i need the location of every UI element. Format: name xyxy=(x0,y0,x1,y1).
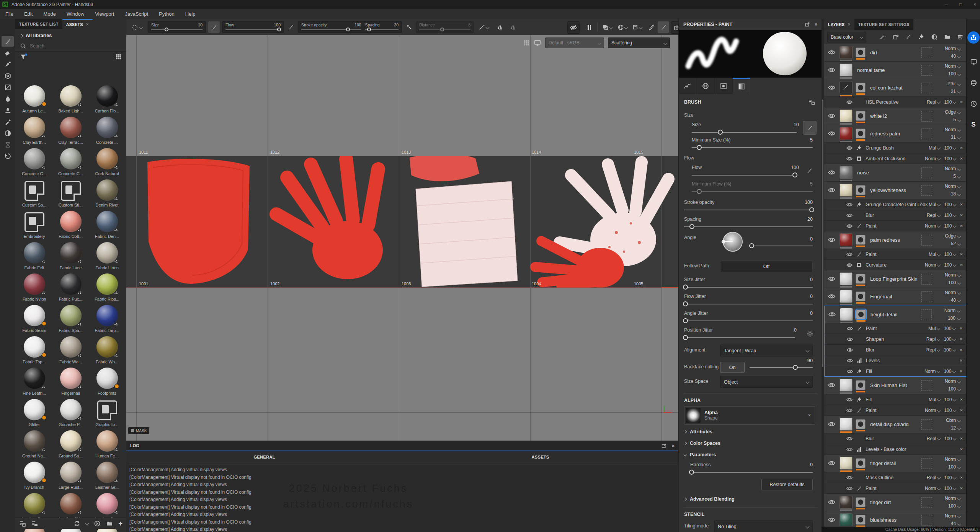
layer-name[interactable]: Paint xyxy=(866,252,929,257)
visibility-toggle-icon[interactable] xyxy=(828,67,835,73)
layer-mask-thumbnail[interactable] xyxy=(856,185,866,195)
layer-mask-thumbnail[interactable] xyxy=(856,380,866,390)
tab-alpha[interactable] xyxy=(697,78,715,94)
visibility-toggle-icon[interactable] xyxy=(828,499,835,505)
asset-item[interactable]: Fabric Tarp... xyxy=(89,304,125,335)
menu-item[interactable]: Viewport xyxy=(90,11,119,17)
layer-row[interactable]: height detail Norm 100 × xyxy=(824,306,967,323)
asset-item[interactable]: Large Rust... xyxy=(52,460,89,492)
opacity-select[interactable]: 40 xyxy=(951,298,960,303)
asset-item[interactable]: Denim Rivet xyxy=(89,178,125,210)
layer-row[interactable]: finger detail Norm 100 × xyxy=(824,455,967,472)
share-button[interactable] xyxy=(967,31,980,44)
visibility-toggle-icon[interactable] xyxy=(846,213,853,218)
layer-row[interactable]: Paint Mul 100 × xyxy=(824,323,967,334)
effect-remove-icon[interactable]: × xyxy=(959,325,962,331)
asset-item[interactable]: Fingernail xyxy=(52,366,89,398)
advanced-blending-expander[interactable]: Advanced Blending xyxy=(684,496,735,502)
opacity-select[interactable]: 5 xyxy=(953,117,960,122)
asset-item[interactable]: Clay Earth... xyxy=(16,116,52,147)
layer-row[interactable]: noise Norm 5 × xyxy=(824,164,967,182)
opacity-select[interactable]: 5 xyxy=(953,174,960,179)
layer-name[interactable]: Grunge Croncrete Paint Leak xyxy=(866,202,929,207)
layer-thumbnail[interactable] xyxy=(840,166,853,179)
layer-row[interactable]: Ambient Occlusion Norm 100 × xyxy=(824,153,967,164)
display-mode-button[interactable] xyxy=(630,21,644,33)
alpha-remove-icon[interactable]: × xyxy=(808,413,811,418)
tab-assets[interactable]: ASSETS × xyxy=(62,19,93,29)
size-space-dropdown[interactable]: Object xyxy=(720,376,813,388)
effect-remove-icon[interactable]: × xyxy=(960,436,963,441)
visibility-toggle-icon[interactable] xyxy=(828,187,835,193)
layers-tab-close-icon[interactable]: × xyxy=(848,22,850,27)
size-pressure-button[interactable] xyxy=(208,21,220,33)
layer-row[interactable]: Blur Repl 100 × xyxy=(824,345,967,355)
blend-mode-select[interactable]: Mul xyxy=(929,397,940,402)
blend-mode-select[interactable]: Mul xyxy=(929,252,940,257)
hide-ui-button[interactable] xyxy=(567,21,580,34)
blend-mode-select[interactable]: Cdge xyxy=(945,233,960,239)
effect-remove-icon[interactable]: × xyxy=(959,347,962,353)
effect-remove-icon[interactable]: × xyxy=(960,251,963,257)
asset-item[interactable]: Fabric Linen xyxy=(89,241,125,272)
blend-mode-select[interactable]: Norm xyxy=(945,290,960,295)
tab-material[interactable] xyxy=(733,78,750,94)
opacity-select[interactable]: 31 xyxy=(951,135,960,140)
visibility-toggle-icon[interactable] xyxy=(847,358,853,363)
size-slider[interactable] xyxy=(692,130,797,134)
effect-remove-icon[interactable]: × xyxy=(959,336,962,342)
substance-badge-icon[interactable]: S xyxy=(969,120,978,129)
layer-name[interactable]: height detail xyxy=(871,312,897,317)
opacity-select[interactable]: 100 xyxy=(944,252,956,257)
alignment-dropdown[interactable]: Tangent | Wrap xyxy=(720,345,813,356)
tiling-mode-dropdown[interactable]: No Tiling xyxy=(714,521,813,532)
flow-jitter-slider[interactable] xyxy=(684,302,813,306)
asset-item[interactable]: Glitter xyxy=(16,398,52,429)
layer-mask-thumbnail[interactable] xyxy=(856,47,866,57)
layer-name[interactable]: Curvature xyxy=(866,262,925,268)
chevron-down-icon[interactable] xyxy=(85,522,89,525)
effect-remove-icon[interactable]: × xyxy=(960,397,963,402)
tab-texture-set-list[interactable]: TEXTURE SET LIST xyxy=(15,19,62,29)
hardness-slider[interactable] xyxy=(690,470,813,474)
flow-slider[interactable] xyxy=(692,173,797,177)
menu-item[interactable]: Window xyxy=(61,11,90,17)
opacity-select[interactable]: 100 xyxy=(944,486,956,491)
layer-name[interactable]: Ambient Occlusion xyxy=(866,156,925,161)
effect-remove-icon[interactable]: × xyxy=(960,262,963,268)
list-folder-icon[interactable] xyxy=(31,520,38,527)
effect-remove-icon[interactable]: × xyxy=(960,407,963,413)
layer-name[interactable]: Paint xyxy=(866,326,928,331)
asset-item[interactable]: Fabric Nylon xyxy=(16,272,52,304)
properties-close-icon[interactable]: × xyxy=(815,22,817,27)
layer-thumbnail[interactable] xyxy=(840,513,853,526)
add-effect-wand-icon[interactable] xyxy=(879,33,886,41)
asset-item[interactable]: Cork Natural xyxy=(89,147,125,178)
blend-mode-select[interactable]: Pthr xyxy=(947,81,960,86)
opacity-select[interactable]: 100 xyxy=(944,213,956,218)
visibility-toggle-icon[interactable] xyxy=(846,475,853,480)
layer-row[interactable]: detail disp coladd Cbrn 12 × xyxy=(824,416,967,433)
layer-name[interactable]: Sharpen xyxy=(866,337,926,342)
opacity-select[interactable]: 100 xyxy=(944,475,956,480)
layer-thumbnail[interactable] xyxy=(840,308,853,321)
opacity-select[interactable]: 100 xyxy=(948,71,960,76)
asset-item[interactable]: Fabric Den... xyxy=(89,210,125,241)
tool-button[interactable] xyxy=(2,36,14,47)
layer-name[interactable]: Paint xyxy=(866,486,925,491)
menu-item[interactable]: Help xyxy=(180,11,201,17)
layer-row[interactable]: Paint Norm 100 × xyxy=(824,221,967,231)
blend-mode-select[interactable]: Norm xyxy=(945,379,960,384)
blend-mode-select[interactable]: Repl xyxy=(927,99,941,105)
layer-thumbnail[interactable] xyxy=(840,233,853,246)
blend-mode-select[interactable]: Norm xyxy=(925,486,940,491)
opacity-select[interactable]: 100 xyxy=(948,464,960,470)
asset-item[interactable]: Custom Sti... xyxy=(52,178,89,210)
follow-path-toggle[interactable]: Off xyxy=(720,261,813,272)
layer-mask-thumbnail[interactable] xyxy=(856,83,866,93)
visibility-toggle-icon[interactable] xyxy=(846,146,853,150)
visibility-toggle-icon[interactable] xyxy=(828,50,835,55)
opacity-select[interactable]: 12 xyxy=(951,425,960,431)
layer-row[interactable]: Loop Fingerprint Skin Norm 100 × xyxy=(824,270,967,288)
blend-mode-select[interactable]: Norm xyxy=(945,272,960,278)
